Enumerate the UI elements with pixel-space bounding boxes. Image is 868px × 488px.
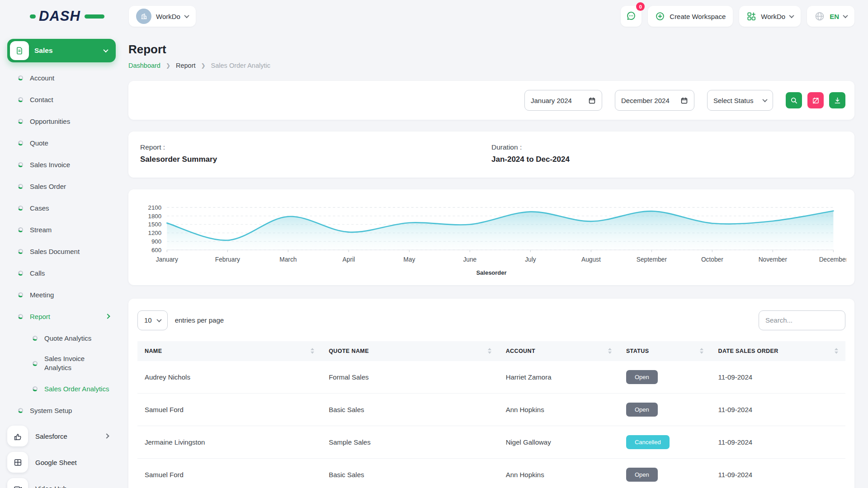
- sidebar-item-contact[interactable]: Contact: [7, 89, 116, 110]
- table-search-input[interactable]: [759, 310, 845, 330]
- sidebar-nav: Account Contact Opportunities Quote Sale…: [7, 67, 116, 421]
- sidebar-item-meeting[interactable]: Meeting: [7, 284, 116, 305]
- svg-text:1500: 1500: [148, 221, 161, 228]
- messages-button[interactable]: 0: [621, 6, 642, 27]
- sidebar-item-quote-analytics[interactable]: Quote Analytics: [7, 327, 116, 349]
- cell-name: Audrey Nichols: [137, 361, 321, 394]
- sidebar-item-label: System Setup: [30, 407, 72, 414]
- sidebar-item-sales-invoice-analytics[interactable]: Sales Invoice Analytics: [7, 349, 116, 378]
- svg-text:March: March: [279, 256, 297, 263]
- column-header-date-sales-order[interactable]: DATE SALES ORDER: [711, 341, 845, 361]
- report-value: Salesorder Summary: [140, 155, 491, 164]
- clear-filter-button[interactable]: [807, 92, 824, 108]
- chevron-down-icon: [184, 13, 189, 18]
- sort-icon[interactable]: [700, 348, 703, 354]
- sort-icon[interactable]: [835, 348, 838, 354]
- sidebar-item-label: Sales Invoice: [30, 161, 70, 169]
- column-header-quote-name[interactable]: QUOTE NAME: [321, 341, 499, 361]
- sidebar-item-label: Salesforce: [35, 432, 98, 440]
- entries-per-page-label: entries per page: [175, 316, 224, 324]
- breadcrumb-current: Sales Order Analytic: [211, 62, 270, 69]
- svg-text:August: August: [581, 256, 601, 263]
- sidebar: Sales Account Contact Opportunities Quot…: [0, 33, 119, 488]
- salesorder-area-chart: 6009001200150018002100JanuaryFebruaryMar…: [137, 202, 846, 267]
- workspace-avatar: [136, 9, 151, 24]
- salesorder-table-card: 10 entries per page NAME QUOTE NAME ACCO…: [128, 299, 854, 488]
- building-icon: [139, 12, 148, 21]
- workdo-apps-menu[interactable]: WorkDo: [739, 6, 801, 27]
- cell-status: Open: [619, 361, 711, 394]
- apply-filter-button[interactable]: [786, 92, 802, 108]
- bullet-icon: [18, 119, 23, 124]
- workspace-selector[interactable]: WorkDo: [129, 6, 196, 27]
- breadcrumb: Dashboard ❯ Report ❯ Sales Order Analyti…: [128, 62, 854, 69]
- sidebar-item-sales-invoice[interactable]: Sales Invoice: [7, 154, 116, 175]
- table-header: NAME QUOTE NAME ACCOUNT STATUS DATE SALE…: [137, 341, 845, 361]
- logo-dot: [30, 14, 36, 19]
- status-select[interactable]: Select Status: [707, 90, 773, 111]
- language-selector[interactable]: EN: [807, 6, 854, 27]
- download-button[interactable]: [829, 92, 845, 108]
- column-header-account[interactable]: ACCOUNT: [499, 341, 619, 361]
- sidebar-item-system-setup[interactable]: System Setup: [7, 399, 116, 421]
- svg-text:October: October: [701, 256, 723, 263]
- column-header-name[interactable]: NAME: [137, 341, 321, 361]
- table-body: Audrey NicholsFormal SalesHarriet Zamora…: [137, 361, 845, 488]
- chart-axis-title: Salesorder: [137, 269, 846, 276]
- sidebar-item-opportunities[interactable]: Opportunities: [7, 110, 116, 132]
- sidebar-item-salesforce[interactable]: Salesforce: [7, 423, 116, 449]
- sidebar-item-sales-order[interactable]: Sales Order: [7, 175, 116, 197]
- bullet-icon: [18, 141, 23, 145]
- plus-circle-icon: [655, 11, 665, 21]
- sidebar-item-report[interactable]: Report: [7, 305, 116, 327]
- status-badge: Cancelled: [626, 435, 670, 449]
- svg-text:1800: 1800: [148, 213, 161, 220]
- duration-label: Duration :: [491, 143, 843, 151]
- sidebar-item-sales-order-analytics[interactable]: Sales Order Analytics: [7, 378, 116, 399]
- bullet-icon: [33, 336, 38, 341]
- column-header-status[interactable]: STATUS: [619, 341, 711, 361]
- bullet-icon: [18, 227, 23, 232]
- sort-icon[interactable]: [608, 348, 612, 354]
- sidebar-item-label: Sales Order Analytics: [44, 385, 109, 393]
- svg-text:January: January: [156, 256, 178, 263]
- create-workspace-button[interactable]: Create Workspace: [648, 6, 733, 27]
- entries-per-page-select[interactable]: 10: [137, 310, 168, 330]
- sidebar-item-calls[interactable]: Calls: [7, 262, 116, 284]
- sort-icon[interactable]: [311, 348, 314, 354]
- sidebar-item-account[interactable]: Account: [7, 67, 116, 89]
- bullet-icon: [18, 75, 23, 80]
- svg-text:600: 600: [151, 247, 161, 253]
- breadcrumb-dashboard[interactable]: Dashboard: [128, 62, 160, 69]
- end-month-input[interactable]: December 2024: [615, 90, 694, 111]
- duration-value: Jan-2024 to Dec-2024: [491, 155, 843, 164]
- chevron-down-icon: [843, 13, 848, 18]
- chevron-separator-icon: ❯: [166, 62, 170, 69]
- cell-account: Nigel Galloway: [499, 426, 619, 458]
- download-icon: [834, 97, 841, 104]
- sidebar-group-sales[interactable]: Sales: [7, 39, 116, 62]
- sidebar-item-sales-document[interactable]: Sales Document: [7, 240, 116, 262]
- sidebar-item-cases[interactable]: Cases: [7, 197, 116, 219]
- sort-icon[interactable]: [488, 348, 491, 354]
- duration-block: Duration : Jan-2024 to Dec-2024: [491, 143, 843, 164]
- sidebar-item-stream[interactable]: Stream: [7, 219, 116, 240]
- sidebar-item-label: Opportunities: [30, 117, 70, 125]
- language-code: EN: [830, 13, 839, 20]
- sidebar-item-video-hub[interactable]: Video Hub: [7, 475, 116, 488]
- bullet-icon: [18, 408, 23, 413]
- table-row: Jermaine LivingstonSample SalesNigel Gal…: [137, 426, 845, 458]
- breadcrumb-report[interactable]: Report: [176, 62, 196, 69]
- bullet-icon: [18, 206, 23, 211]
- workspace-name: WorkDo: [156, 13, 180, 20]
- sidebar-item-google-sheet[interactable]: Google Sheet: [7, 449, 116, 475]
- workdo-menu-label: WorkDo: [761, 13, 785, 20]
- filter-bar: January 2024 December 2024 Select Status: [128, 81, 854, 120]
- sidebar-item-quote[interactable]: Quote: [7, 132, 116, 154]
- bullet-icon: [18, 271, 23, 276]
- sidebar-item-label: Sales Order: [30, 183, 66, 190]
- table-controls: 10 entries per page: [137, 310, 845, 330]
- calendar-icon: [680, 97, 688, 104]
- cell-status: Open: [619, 393, 711, 426]
- start-month-input[interactable]: January 2024: [524, 90, 602, 111]
